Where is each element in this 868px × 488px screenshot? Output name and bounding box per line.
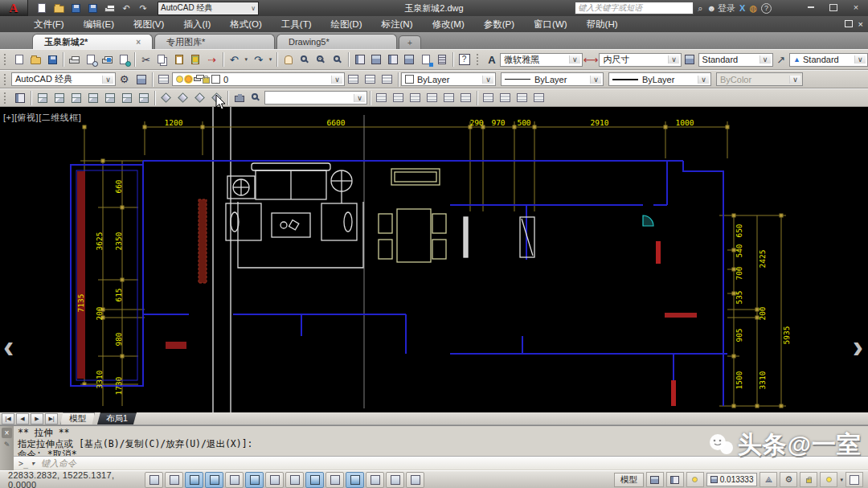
layer-walk-button[interactable] xyxy=(440,90,457,106)
redo-button[interactable]: ↷ xyxy=(136,2,150,14)
redo-dropdown[interactable]: ▾ xyxy=(267,51,275,68)
layer-previous-button[interactable] xyxy=(362,72,379,88)
toolbar-grip[interactable] xyxy=(477,54,481,65)
status-menu-chevron[interactable]: ▾ xyxy=(840,477,843,483)
quick-view-drawings-button[interactable] xyxy=(666,472,684,487)
coordinates-readout[interactable]: 22833.2832, 15225.1317, 0.0000 xyxy=(8,470,143,488)
layer-combo[interactable]: 0 ∨ xyxy=(172,72,345,86)
menu-item-0[interactable]: 文件(F) xyxy=(24,17,74,32)
layer-plot-icon[interactable] xyxy=(194,77,201,81)
workspace-save-button[interactable] xyxy=(133,72,149,88)
model-space-button[interactable]: 模型 xyxy=(614,473,644,487)
status-toggle-quick-properties[interactable] xyxy=(386,472,404,488)
sheet-set-manager-button[interactable] xyxy=(401,51,418,68)
application-menu-button[interactable]: A xyxy=(0,0,28,16)
menu-item-2[interactable]: 视图(V) xyxy=(124,17,174,32)
layer-on-bulb-icon[interactable] xyxy=(176,76,183,83)
layer-match-button[interactable] xyxy=(390,90,407,106)
layer-freeze-button[interactable] xyxy=(480,90,497,106)
plot-toolbar-button[interactable] xyxy=(66,51,83,68)
last-layout-button[interactable]: ▶| xyxy=(45,413,58,424)
dim-style-combo[interactable]: 内尺寸∨ xyxy=(599,53,682,67)
pan-button[interactable] xyxy=(280,51,297,68)
zoom-realtime-button[interactable] xyxy=(297,51,313,68)
status-toggle-object-snap[interactable] xyxy=(245,472,264,488)
toolbar-grip[interactable] xyxy=(4,54,8,65)
help-button[interactable]: ? xyxy=(761,3,772,14)
color-combo[interactable]: ByLayer∨ xyxy=(401,72,496,86)
camera-button[interactable] xyxy=(231,90,248,106)
undo-toolbar-button[interactable]: ↶ xyxy=(226,51,243,68)
copy-to-new-layer-button[interactable] xyxy=(424,90,440,106)
status-toggle-grid-display[interactable] xyxy=(185,472,203,488)
close-button[interactable]: × xyxy=(847,2,865,13)
menu-item-7[interactable]: 标注(N) xyxy=(372,17,423,32)
copy-button[interactable] xyxy=(154,51,171,68)
status-toggle-ortho-mode[interactable] xyxy=(205,472,223,488)
toolbar-grip[interactable] xyxy=(4,92,8,104)
drawing-canvas[interactable]: 1200660029097050029101000713536252003310… xyxy=(0,107,868,412)
view-ne-iso-button[interactable] xyxy=(191,90,208,106)
file-tab-1[interactable]: 专用图库* xyxy=(154,34,275,49)
communication-center-button[interactable]: ◍ xyxy=(749,3,757,14)
tab-close-icon[interactable]: × xyxy=(125,38,141,47)
view-top-button[interactable] xyxy=(34,90,51,106)
layer-thaw-sun-icon[interactable] xyxy=(185,76,192,83)
view-front-button[interactable] xyxy=(101,90,118,106)
layer-unlock-button[interactable] xyxy=(530,90,547,106)
table-style-combo[interactable]: Standard∨ xyxy=(698,53,773,67)
etransmit-button[interactable] xyxy=(116,51,133,68)
help-toolbar-button[interactable]: ? xyxy=(456,51,473,68)
plot-button[interactable] xyxy=(102,2,117,14)
restore-button[interactable] xyxy=(825,2,842,13)
open-button[interactable] xyxy=(51,2,66,14)
text-style-combo[interactable]: 微软雅黑∨ xyxy=(500,53,583,67)
file-tab-0[interactable]: 玉泉新城2*× xyxy=(32,34,153,49)
change-to-current-layer-button[interactable] xyxy=(407,90,424,106)
save-button[interactable] xyxy=(68,2,83,14)
save-toolbar-button[interactable] xyxy=(44,51,61,68)
carousel-next-arrow[interactable]: › xyxy=(853,330,863,363)
menu-item-5[interactable]: 工具(T) xyxy=(272,17,321,32)
publish-button[interactable] xyxy=(99,51,116,68)
minimize-button[interactable] xyxy=(802,2,820,13)
status-toggle-dynamic-input[interactable] xyxy=(326,472,344,488)
signin-button[interactable]: ☻登录 xyxy=(706,2,735,14)
view-sw-iso-button[interactable] xyxy=(158,90,174,106)
named-views-button[interactable] xyxy=(11,90,28,106)
file-tab-2[interactable]: Drawing5* xyxy=(276,34,397,49)
status-toggle-polar-tracking[interactable] xyxy=(225,472,244,488)
toolbar-lock-button[interactable] xyxy=(800,472,817,487)
toolbar-grip[interactable] xyxy=(4,74,8,85)
viewport-controls-label[interactable]: [+][俯视][二维线框] xyxy=(3,112,81,124)
hardware-acceleration-button[interactable] xyxy=(820,472,837,487)
prev-layout-button[interactable]: ◀ xyxy=(16,413,29,424)
layer-off-button[interactable] xyxy=(497,90,514,106)
cut-button[interactable]: ✂ xyxy=(137,51,154,68)
designcenter-button[interactable] xyxy=(368,51,385,68)
workspace-switching-button[interactable]: ⚙ xyxy=(780,472,797,487)
model-tab[interactable]: 模型 xyxy=(60,412,95,424)
new-drawing-tab-button[interactable]: + xyxy=(399,35,421,49)
layer-lock-icon[interactable] xyxy=(203,77,210,84)
status-toggle-transparency-display[interactable] xyxy=(366,472,384,488)
status-toggle-dynamic-ucs[interactable] xyxy=(305,472,324,488)
mleader-style-button[interactable]: ↗ xyxy=(773,51,790,68)
view-iso-button[interactable] xyxy=(135,90,152,106)
linetype-combo[interactable]: ByLayer∨ xyxy=(501,72,604,86)
make-object-layer-current-button[interactable] xyxy=(373,90,390,106)
dim-style-button[interactable]: ⟷ xyxy=(583,51,600,68)
paste-button[interactable] xyxy=(170,51,187,68)
menu-item-4[interactable]: 格式(O) xyxy=(220,17,272,32)
quickcalc-button[interactable] xyxy=(434,51,451,68)
menu-item-11[interactable]: 帮助(H) xyxy=(577,17,628,32)
status-toggle-3d-object-snap[interactable] xyxy=(265,472,284,488)
layer-lock-button[interactable] xyxy=(514,90,530,106)
status-toggle-lineweight-display[interactable] xyxy=(346,472,364,488)
menu-item-10[interactable]: 窗口(W) xyxy=(524,17,577,32)
lineweight-combo[interactable]: ByLayer∨ xyxy=(608,72,711,86)
open-toolbar-button[interactable] xyxy=(27,51,44,68)
layer-properties-manager-button[interactable] xyxy=(155,72,172,88)
menu-item-3[interactable]: 插入(I) xyxy=(174,17,220,32)
layer-viewport-freeze-button[interactable] xyxy=(457,90,474,106)
